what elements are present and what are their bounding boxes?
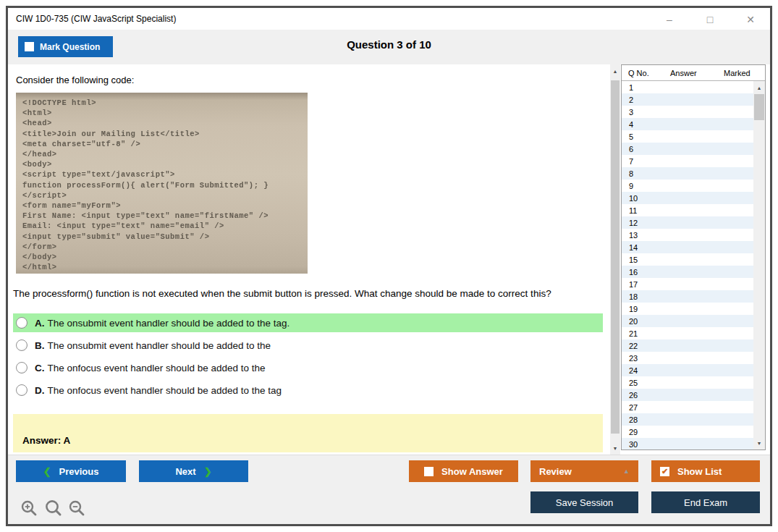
option-letter: C.	[35, 363, 45, 373]
option-text: The onfocus event handler should be adde…	[48, 385, 282, 396]
list-scrollbar[interactable]: ▲ ▼	[753, 81, 765, 449]
question-list-row[interactable]: 25	[622, 376, 753, 389]
radio-icon[interactable]	[16, 362, 28, 373]
question-list-row[interactable]: 29	[622, 426, 753, 438]
question-list-row[interactable]: 27	[622, 401, 753, 413]
show-list-checkbox[interactable]: ✔	[660, 467, 669, 476]
exam-window: CIW 1D0-735 (CIW JavaScript Specialist) …	[6, 6, 772, 526]
zoom-in-icon[interactable]	[20, 499, 39, 518]
question-list-row[interactable]: 16	[622, 266, 753, 278]
question-list-row[interactable]: 17	[622, 278, 753, 290]
end-exam-button[interactable]: End Exam	[651, 491, 760, 513]
question-list-row[interactable]: 19	[622, 303, 753, 315]
question-list-row[interactable]: 15	[622, 253, 753, 266]
row-qno: 6	[622, 145, 664, 153]
show-answer-button[interactable]: Show Answer	[409, 460, 518, 482]
question-list-row[interactable]: 5	[622, 130, 753, 143]
option-letter: B.	[35, 340, 45, 351]
question-list-row[interactable]: 26	[622, 389, 753, 401]
row-qno: 4	[622, 120, 664, 129]
code-line: <input type="submit" value="Submit" />	[22, 232, 308, 242]
code-line: function processForm(){ alert("Form Subm…	[22, 180, 308, 190]
code-line: <meta charset="utf-8" />	[22, 139, 308, 149]
row-qno: 10	[622, 194, 664, 203]
row-qno: 19	[622, 305, 664, 313]
radio-icon[interactable]	[16, 384, 28, 396]
row-qno: 16	[622, 268, 664, 276]
question-list-row[interactable]: 22	[622, 339, 753, 352]
question-list: 1 2 3 4	[622, 81, 753, 449]
question-list-row[interactable]: 9	[622, 180, 753, 192]
main-scrollbar[interactable]: ▲ ▼	[610, 64, 620, 455]
scroll-up-icon[interactable]: ▲	[610, 66, 620, 76]
save-session-button[interactable]: Save Session	[530, 491, 638, 513]
scroll-down-icon[interactable]: ▼	[610, 443, 620, 453]
answer-label: Answer: A	[22, 435, 70, 446]
question-list-row[interactable]: 28	[622, 413, 753, 426]
chevron-right-icon: ❯	[204, 466, 212, 477]
scroll-up-icon[interactable]: ▲	[753, 83, 765, 93]
row-qno: 29	[622, 428, 664, 436]
chevron-left-icon: ❮	[43, 466, 51, 477]
review-dropdown[interactable]: Review ▲	[530, 460, 638, 482]
question-list-row[interactable]: 4	[622, 118, 753, 130]
question-intro: Consider the following code:	[16, 75, 134, 85]
previous-button[interactable]: ❮ Previous	[16, 460, 126, 482]
question-list-row[interactable]: 6	[622, 143, 753, 155]
question-list-row[interactable]: 21	[622, 327, 753, 339]
maximize-icon[interactable]: □	[701, 14, 719, 25]
close-icon[interactable]: ✕	[741, 14, 760, 25]
question-list-row[interactable]: 11	[622, 204, 753, 216]
footer-bar: ❮ Previous Next ❯ Show Answer Review ▲ ✔…	[8, 455, 770, 524]
option-text: The onsubmit event handler should be add…	[48, 340, 271, 351]
zoom-reset-icon[interactable]	[44, 499, 63, 518]
next-button[interactable]: Next ❯	[139, 460, 248, 482]
question-list-row[interactable]: 23	[622, 352, 753, 364]
show-list-button[interactable]: ✔ Show List	[651, 460, 760, 482]
list-scrollbar-thumb[interactable]	[754, 94, 764, 120]
code-line: <!DOCTYPE html>	[22, 98, 308, 108]
row-qno: 13	[622, 231, 664, 240]
question-list-row[interactable]: 13	[622, 229, 753, 241]
show-answer-checkbox[interactable]	[424, 467, 434, 476]
row-qno: 24	[622, 366, 664, 375]
question-list-row[interactable]: 10	[622, 192, 753, 204]
question-list-row[interactable]: 24	[622, 364, 753, 376]
minimize-icon[interactable]: –	[660, 14, 679, 25]
code-line: </head>	[22, 149, 308, 159]
header-bar: Mark Question Question 3 of 10	[8, 30, 770, 64]
radio-icon[interactable]	[16, 317, 28, 329]
question-list-row[interactable]: 3	[622, 106, 753, 118]
radio-icon[interactable]	[16, 339, 28, 351]
question-list-row[interactable]: 1	[622, 81, 753, 93]
row-qno: 26	[622, 391, 664, 400]
answer-options: A.The onsubmit event handler should be a…	[13, 313, 603, 403]
zoom-toolbar	[20, 499, 87, 518]
question-list-row[interactable]: 7	[622, 155, 753, 167]
title-bar: CIW 1D0-735 (CIW JavaScript Specialist) …	[8, 8, 770, 30]
question-list-panel: Q No. Answer Marked 1 2 3	[621, 64, 766, 450]
row-qno: 21	[622, 329, 664, 338]
answer-option[interactable]: C.The onfocus event handler should be ad…	[13, 358, 603, 377]
scroll-down-icon[interactable]: ▼	[753, 438, 765, 448]
answer-option[interactable]: D.The onfocus event handler should be ad…	[13, 381, 603, 400]
answer-option[interactable]: B.The onsubmit event handler should be a…	[13, 336, 603, 355]
row-qno: 11	[622, 206, 664, 215]
question-list-row[interactable]: 18	[622, 290, 753, 303]
question-prompt: The processform() function is not execut…	[13, 288, 551, 299]
question-list-row[interactable]: 12	[622, 216, 753, 229]
main-scrollbar-thumb[interactable]	[611, 80, 620, 434]
question-list-row[interactable]: 30	[622, 438, 753, 449]
answer-option[interactable]: A.The onsubmit event handler should be a…	[13, 313, 603, 332]
question-list-row[interactable]: 20	[622, 315, 753, 327]
code-line: </body>	[22, 252, 308, 262]
question-list-row[interactable]: 8	[622, 167, 753, 180]
question-list-row[interactable]: 2	[622, 93, 753, 106]
row-qno: 14	[622, 243, 664, 252]
zoom-out-icon[interactable]	[68, 499, 87, 518]
code-line: <head>	[22, 118, 308, 128]
question-panel: Consider the following code: <!DOCTYPE h…	[8, 64, 620, 455]
row-qno: 27	[622, 403, 664, 412]
code-line: <form name="myForm">	[22, 200, 308, 211]
question-list-row[interactable]: 14	[622, 241, 753, 253]
